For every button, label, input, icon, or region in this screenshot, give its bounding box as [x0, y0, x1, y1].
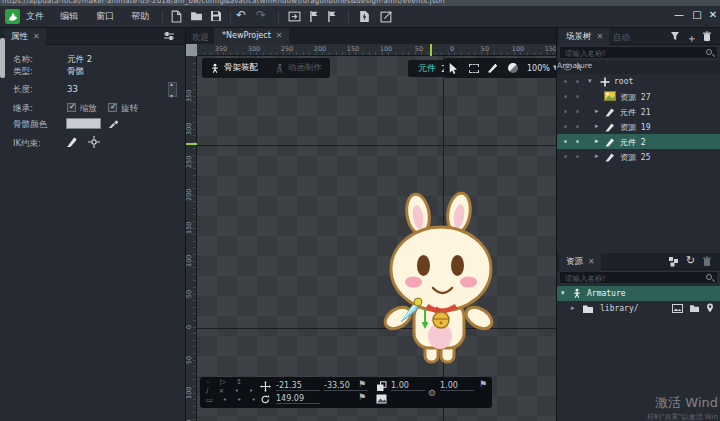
eyedropper-icon[interactable]: [108, 117, 120, 129]
tree-row-element-21[interactable]: 元件 21: [557, 104, 720, 119]
close-tab-icon[interactable]: ✕: [276, 31, 283, 40]
chevron-right-icon[interactable]: [595, 152, 599, 160]
toggle-grid-row1[interactable]: ◦ ▷ ↥: [206, 378, 246, 387]
resources-search-input[interactable]: 请输入名称!: [559, 271, 718, 284]
chevron-right-icon[interactable]: [595, 137, 599, 145]
ik-bone-icon[interactable]: [66, 136, 78, 148]
ik-target-icon[interactable]: [88, 136, 100, 148]
visibility-dot[interactable]: [564, 140, 567, 143]
undo-icon[interactable]: ↶: [236, 8, 246, 22]
tree-row-resource-27[interactable]: 资源 27: [557, 89, 720, 104]
minimize-button[interactable]: —: [672, 9, 686, 20]
length-stepper[interactable]: [168, 82, 177, 97]
maximize-button[interactable]: □: [690, 9, 704, 20]
image-slot-icon[interactable]: [376, 394, 387, 405]
import-icon[interactable]: [288, 10, 302, 24]
lock-dot[interactable]: [576, 80, 579, 83]
open-folder-icon[interactable]: [190, 10, 204, 24]
save-icon[interactable]: [210, 10, 224, 24]
export-flag-icon[interactable]: [308, 10, 322, 24]
tree-row-resource-25[interactable]: 资源 25: [557, 149, 720, 164]
inherit-rotate-checkbox[interactable]: [108, 103, 117, 112]
texture-doc-icon[interactable]: [358, 10, 372, 24]
folder-small-icon[interactable]: [689, 304, 699, 314]
chevron-right-icon[interactable]: [571, 304, 575, 312]
trash-icon[interactable]: [702, 31, 714, 43]
transform-scale-x-value[interactable]: 1.00: [391, 381, 425, 391]
tab-scene-tree[interactable]: 场景树✕: [559, 28, 609, 45]
lock-dot[interactable]: [576, 110, 579, 113]
location-pin-icon[interactable]: [706, 303, 716, 313]
trash-icon[interactable]: [702, 256, 714, 268]
keyframe-flag-icon[interactable]: ⚑: [479, 379, 487, 389]
name-value[interactable]: 元件 2: [67, 54, 92, 66]
stage-canvas[interactable]: [197, 56, 556, 421]
menu-window[interactable]: 窗口: [96, 10, 114, 23]
link-scale-gear-icon[interactable]: ⚙: [428, 388, 436, 398]
refresh-icon[interactable]: ↻: [686, 254, 698, 266]
zoom-value[interactable]: 100%: [527, 64, 550, 73]
animation-mode-button[interactable]: 动画制作: [266, 58, 330, 78]
inherit-scale-checkbox[interactable]: [67, 103, 76, 112]
tab-secondary[interactable]: 自动: [613, 32, 630, 44]
lock-dot[interactable]: [576, 95, 579, 98]
close-tab-icon[interactable]: ✕: [597, 32, 604, 41]
chevron-right-icon[interactable]: [595, 107, 599, 115]
length-value[interactable]: 33: [67, 84, 78, 94]
close-button[interactable]: ✕: [706, 9, 720, 20]
tree-row-resource-19[interactable]: 资源 19: [557, 119, 720, 134]
eye-icon[interactable]: [562, 63, 572, 73]
chevron-down-icon[interactable]: [561, 289, 565, 297]
new-file-icon[interactable]: [170, 10, 184, 24]
armature-mode-button[interactable]: 骨架装配: [202, 58, 266, 78]
filter-icon[interactable]: [670, 31, 682, 43]
visibility-dot[interactable]: [564, 125, 567, 128]
select-cursor-icon[interactable]: [576, 62, 586, 72]
blocks-icon[interactable]: [668, 256, 680, 268]
tab-welcome[interactable]: 欢迎: [192, 32, 209, 44]
chevron-right-icon[interactable]: [595, 122, 599, 130]
close-tab-icon[interactable]: ✕: [33, 32, 40, 41]
panel-settings-icon[interactable]: [163, 31, 175, 43]
menu-file[interactable]: 文件: [26, 10, 44, 23]
tree-row-element-2-selected[interactable]: 元件 2: [557, 134, 720, 149]
tab-resources[interactable]: 资源✕: [559, 253, 601, 270]
transform-scale-y-value[interactable]: 1.00: [440, 381, 474, 391]
panel-grip[interactable]: [0, 38, 5, 78]
pose-tool-icon[interactable]: [487, 62, 500, 75]
tab-project[interactable]: *NewProject✕: [214, 28, 289, 44]
resource-row-armature[interactable]: Armature: [557, 286, 720, 301]
background-toggle-icon[interactable]: [508, 63, 518, 73]
lock-dot[interactable]: [576, 125, 579, 128]
visibility-dot[interactable]: [564, 110, 567, 113]
lock-dot[interactable]: [576, 155, 579, 158]
close-tab-icon[interactable]: ✕: [588, 257, 595, 266]
tree-row-root[interactable]: root: [557, 74, 720, 89]
add-icon[interactable]: ＋: [686, 31, 698, 43]
toggle-grid-row3[interactable]: ▭ • • •: [206, 396, 260, 405]
redo-icon[interactable]: ↷: [256, 8, 266, 22]
menu-edit[interactable]: 编辑: [60, 10, 78, 23]
transform-rotation-value[interactable]: 149.09: [276, 394, 320, 404]
resource-row-library[interactable]: library/: [557, 301, 720, 316]
edit-square-icon[interactable]: [380, 10, 394, 24]
visibility-dot[interactable]: [564, 95, 567, 98]
image-icon[interactable]: [672, 304, 682, 314]
visibility-dot[interactable]: [564, 80, 567, 83]
bone-color-swatch[interactable]: [66, 118, 101, 129]
keyframe-flag-icon[interactable]: ⚑: [358, 392, 366, 402]
transform-x-value[interactable]: -21.35: [276, 381, 320, 391]
search-icon: [706, 49, 712, 55]
cursor-tool-icon[interactable]: [448, 62, 461, 75]
marquee-tool-icon[interactable]: [469, 64, 479, 73]
export-flag-icon-2[interactable]: [326, 10, 340, 24]
rabbit-character[interactable]: [380, 188, 500, 373]
chevron-down-icon[interactable]: [588, 77, 592, 85]
toggle-grid-row2[interactable]: ∕ × • •: [206, 387, 257, 396]
scene-tree-search-input[interactable]: 请输入名称!: [559, 46, 718, 59]
tab-properties[interactable]: 属性✕: [4, 28, 46, 45]
keyframe-flag-icon[interactable]: ⚑: [358, 379, 366, 389]
menu-help[interactable]: 帮助: [131, 10, 149, 23]
visibility-dot[interactable]: [564, 155, 567, 158]
lock-dot[interactable]: [576, 140, 579, 143]
